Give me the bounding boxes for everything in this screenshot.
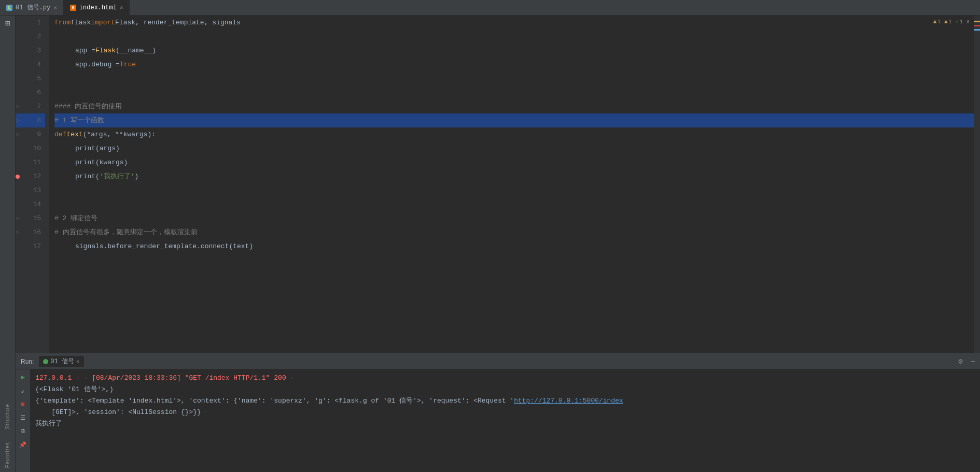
error-badge: ▲ 1	[944, 19, 952, 25]
run-line-3: {'template': <Template 'index.html'>, 'c…	[35, 395, 975, 407]
run-tab-label: 01 信号	[50, 357, 74, 366]
run-label: Run:	[21, 358, 34, 365]
run-line-2: (<Flask '01 信号'>,)	[35, 384, 975, 395]
scroll-mark-error	[974, 25, 980, 26]
top-status: ▲ 1 ▲ 1 ✓ 1 ∧	[933, 18, 970, 25]
run-header: Run: 01 信号 ✕ ⚙ —	[16, 354, 980, 369]
line-num-4: 4	[16, 58, 45, 71]
check-icon: ✓	[955, 18, 959, 25]
line-num-7: ▷ 7	[16, 99, 45, 113]
run-btn-stop[interactable]: ■	[18, 399, 27, 409]
line-num-10: 10	[16, 141, 45, 155]
run-btn-filter[interactable]: ⧉	[18, 426, 27, 436]
scroll-indicator	[974, 16, 980, 353]
run-toolbar: ▶ ↙ ■ ☰ ⧉ 📌	[16, 369, 30, 472]
run-output: 127.0.0.1 - - [08/Apr/2023 18:33:36] "GE…	[30, 369, 980, 472]
warning-badge: ▲ 1	[933, 19, 941, 25]
scroll-mark-warning	[974, 21, 980, 22]
fold-arrow-9[interactable]: ▷	[17, 127, 20, 141]
code-line-11: print(kwargs)	[54, 155, 974, 169]
tab-html-close[interactable]: ✕	[120, 4, 123, 11]
favorites-label: Favorites	[5, 442, 10, 468]
line-num-14: 14	[16, 197, 45, 211]
code-line-13	[54, 183, 974, 197]
of-text: of	[371, 397, 380, 405]
code-editor[interactable]: from flask import Flask, render_template…	[49, 16, 974, 353]
line-num-5: 5	[16, 71, 45, 85]
run-line-1: 127.0.0.1 - - [08/Apr/2023 18:33:36] "GE…	[35, 373, 975, 384]
code-line-6	[54, 85, 974, 99]
warning-count: 1	[937, 19, 941, 25]
html-icon: H	[70, 5, 76, 11]
gear-icon[interactable]: ⚙	[958, 357, 962, 366]
code-line-1: from flask import Flask, render_template…	[54, 16, 974, 30]
fold-arrow-15[interactable]: ▷	[17, 211, 20, 225]
line-num-3: 3	[16, 44, 45, 58]
run-tab[interactable]: 01 信号 ✕	[39, 356, 83, 367]
line-num-1: 1	[16, 16, 45, 30]
tab-html-label: index.html	[79, 4, 117, 11]
tab-py[interactable]: 🐍 01 信号.py ✕	[0, 0, 64, 15]
fold-arrow-7[interactable]: ▷	[17, 99, 20, 113]
code-line-16: # 内置信号有很多，随意绑定一个，模板渲染前	[54, 225, 974, 239]
code-line-9: def text(*args, **kwargs):	[54, 127, 974, 141]
left-panel: ⊞ Structure Favorites	[0, 16, 16, 472]
check-badge: ✓ 1	[955, 18, 963, 25]
check-count: 1	[960, 19, 963, 25]
code-line-2	[54, 30, 974, 44]
structure-label: Structure	[5, 404, 10, 430]
breakpoint-12[interactable]	[16, 175, 20, 179]
warning-icon: ▲	[933, 19, 937, 25]
line-num-6: 6	[16, 85, 45, 99]
error-count: 1	[949, 19, 953, 25]
line-gutter: 1 2 3 4 5 6 ▷ 7 ▷ 8 ▷ 9	[16, 16, 49, 353]
tab-bar: 🐍 01 信号.py ✕ H index.html ✕	[0, 0, 980, 16]
sidebar-btn-1[interactable]: ⊞	[2, 18, 13, 29]
run-btn-play[interactable]: ▶	[18, 373, 27, 382]
run-btn-pin[interactable]: 📌	[18, 440, 27, 449]
line-num-2: 2	[16, 30, 45, 44]
run-btn-step[interactable]: ↙	[18, 386, 27, 395]
run-tab-close[interactable]: ✕	[76, 358, 80, 365]
tab-py-close[interactable]: ✕	[53, 4, 57, 11]
code-line-7: #### 内置信号的使用	[54, 99, 974, 113]
run-line-4: [GET]>, 'session': <NullSession {}>}}	[35, 407, 975, 418]
error-icon: ▲	[944, 19, 948, 25]
code-line-17: signals.before_render_template.connect(t…	[54, 239, 974, 253]
scroll-up-icon[interactable]: ∧	[966, 18, 970, 25]
run-body: ▶ ↙ ■ ☰ ⧉ 📌 127.0.0.1 - - [08/Apr/2023 1…	[16, 369, 980, 472]
run-panel-close[interactable]: —	[971, 358, 975, 365]
line-num-17: 17	[16, 239, 45, 253]
line-num-16: ▷ 16	[16, 225, 45, 239]
run-btn-list[interactable]: ☰	[18, 413, 27, 422]
tab-html[interactable]: H index.html ✕	[64, 0, 130, 15]
fold-arrow-8[interactable]: ▷	[17, 113, 20, 127]
line-num-15: ▷ 15	[16, 211, 45, 225]
kw-from: from	[54, 16, 71, 30]
run-link[interactable]: http://127.0.0.1:5000/index	[514, 397, 623, 405]
code-line-4: app.debug = True	[54, 58, 974, 71]
line-num-8: ▷ 8	[16, 113, 45, 127]
code-line-15: # 2 绑定信号	[54, 211, 974, 225]
tab-py-label: 01 信号.py	[16, 3, 50, 12]
fold-arrow-16[interactable]: ▷	[17, 225, 20, 239]
code-line-3: app = Flask(__name__)	[54, 44, 974, 58]
code-line-5	[54, 71, 974, 85]
run-panel: Run: 01 信号 ✕ ⚙ — ▶ ↙ ■ ☰	[16, 353, 980, 472]
code-line-8: # 1 写一个函数	[54, 113, 974, 127]
code-line-10: print(args)	[54, 141, 974, 155]
line-num-13: 13	[16, 183, 45, 197]
line-num-12: 12	[16, 169, 45, 183]
run-line-5: 我执行了	[35, 418, 975, 430]
line-num-9: ▷ 9	[16, 127, 45, 141]
main-area: ⊞ Structure Favorites ▲ 1 ▲ 1	[0, 16, 980, 472]
code-line-12: print('我执行了')	[54, 169, 974, 183]
py-icon: 🐍	[6, 5, 12, 11]
scroll-mark-info	[974, 29, 980, 31]
editor-area: ▲ 1 ▲ 1 ✓ 1 ∧ 1	[16, 16, 980, 353]
run-tab-icon	[43, 359, 48, 364]
line-num-11: 11	[16, 155, 45, 169]
code-line-14	[54, 197, 974, 211]
